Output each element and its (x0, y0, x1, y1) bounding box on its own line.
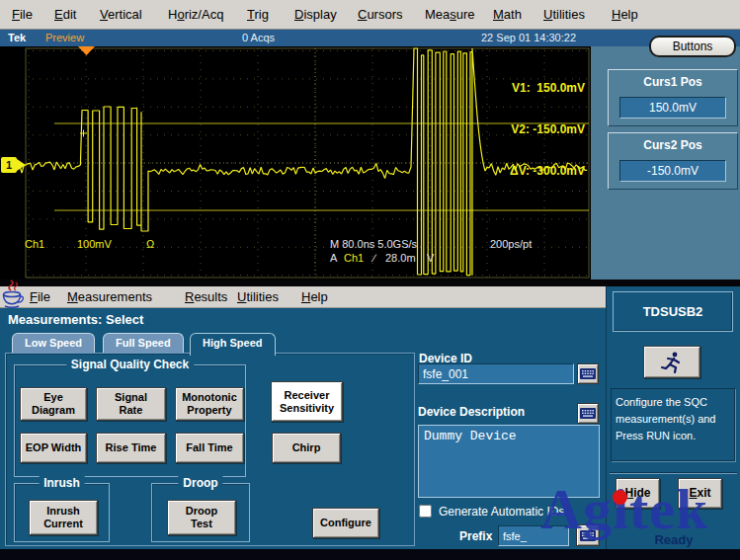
trigger-unit: V (427, 252, 434, 264)
keypad-icon (580, 368, 596, 379)
device-description-keypad-button[interactable] (577, 403, 599, 424)
trigger-slope-icon: ∕ (373, 252, 375, 264)
device-description-textarea[interactable]: Dummy Device (418, 425, 600, 498)
curs1-pos-value[interactable]: 150.0mV (619, 97, 726, 119)
prefix-label: Prefix (459, 529, 492, 543)
trigger-level: 28.0m (385, 252, 416, 264)
signal-quality-group-label: Signal Quality Check (66, 358, 194, 371)
app-menu-measurements[interactable]: Measurements (67, 289, 152, 304)
app-menu-file[interactable]: File (30, 289, 50, 304)
eye-diagram-button[interactable]: Eye Diagram (20, 387, 87, 421)
generate-ids-label: Generate Automatic IDs (439, 505, 564, 519)
cursor-readout: V1: 150.0mV V2: -150.0mV ΔV: -300.0mV (456, 53, 585, 205)
java-coffee-icon (1, 279, 25, 309)
run-button[interactable] (643, 346, 700, 378)
menubar-item-horiz-acq[interactable]: Horiz/Acq (168, 7, 223, 22)
app-name-box: TDSUSB2 (613, 291, 733, 332)
tds-oscilloscope-screen: File Edit Vertical Horiz/Acq Trig Displa… (0, 0, 740, 560)
device-description-label: Device Description (418, 405, 525, 419)
app-menu-results[interactable]: Results (185, 289, 227, 304)
menubar-item-cursors[interactable]: Cursors (358, 7, 403, 22)
droop-group-label: Droop (178, 476, 222, 490)
prefix-keypad-button[interactable] (576, 524, 600, 546)
trigger-source: Ch1 (344, 252, 364, 264)
cursor-v1-readout: V1: 150.0mV (456, 81, 585, 95)
tab-low-speed[interactable]: Low Speed (12, 333, 95, 354)
running-man-icon (661, 351, 683, 374)
device-id-keypad-button[interactable] (577, 363, 599, 384)
app-menu-help[interactable]: Help (301, 289, 328, 304)
trigger-position-icon[interactable] (78, 46, 95, 55)
inrush-current-button[interactable]: Inrush Current (29, 500, 98, 535)
menubar-item-measure[interactable]: Measure (425, 7, 475, 22)
keypad-icon (580, 408, 596, 419)
eop-width-button[interactable]: EOP Width (20, 433, 87, 463)
channel-coupling: Ω (146, 238, 154, 250)
app-menu-utilities[interactable]: Utilities (237, 289, 279, 304)
preview-status: Preview (45, 32, 84, 43)
trigger-prefix: A (330, 252, 337, 264)
channel-marker-number: 1 (6, 159, 12, 171)
scope-side-panel: Curs1 Pos 150.0mV Curs2 Pos -150.0mV (591, 46, 740, 280)
scope-app-divider (0, 280, 740, 286)
fall-time-button[interactable]: Fall Time (175, 433, 244, 463)
curs2-pos-label: Curs2 Pos (609, 138, 737, 152)
run-hint-text: Configure the SQC measurement(s) and Pre… (611, 388, 735, 461)
channel-readout: Ch1 (25, 238, 44, 250)
curs1-pos-panel: Curs1 Pos 150.0mV (608, 69, 738, 126)
configure-button[interactable]: Configure (312, 508, 379, 538)
menubar-item-display[interactable]: Display (294, 7, 337, 22)
menubar-item-file[interactable]: File (12, 7, 33, 22)
menubar-item-vertical[interactable]: Vertical (100, 7, 142, 22)
datetime-label: 22 Sep 01 14:30:22 (481, 32, 576, 43)
tek-logo-label: Tek (8, 32, 26, 43)
menubar-item-trig[interactable]: Trig (247, 7, 269, 22)
resolution-readout: 200ps/pt (490, 238, 532, 250)
status-ready: Ready (607, 532, 740, 547)
tab-high-speed[interactable]: High Speed (190, 333, 276, 356)
keypad-icon (580, 530, 596, 541)
tek-status-bar: Tek Preview 0 Acqs 22 Sep 01 14:30:22 (0, 30, 740, 46)
scope-display: 1 V1: 150.0mV V2: -150.0mV ΔV: -300.0mV … (0, 46, 591, 280)
droop-test-button[interactable]: Droop Test (167, 500, 236, 535)
menubar-item-help[interactable]: Help (612, 7, 638, 22)
menubar-item-math[interactable]: Math (493, 7, 522, 22)
app-body: Measurements: Select Low Speed Full Spee… (0, 308, 606, 549)
curs1-pos-label: Curs1 Pos (609, 75, 737, 89)
curs2-pos-panel: Curs2 Pos -150.0mV (608, 132, 738, 190)
monotonic-property-button[interactable]: Monotonic Property (175, 387, 244, 421)
exit-button[interactable]: Exit (678, 478, 722, 509)
generate-ids-checkbox[interactable] (419, 505, 432, 518)
device-id-input[interactable] (418, 363, 574, 384)
inrush-group-label: Inrush (39, 476, 85, 490)
cursor-v2-readout: V2: -150.0mV (456, 122, 585, 136)
buttons-button[interactable]: Buttons (649, 36, 736, 57)
page-title: Measurements: Select (8, 312, 143, 327)
rise-time-button[interactable]: Rise Time (96, 433, 166, 463)
curs2-pos-value[interactable]: -150.0mV (619, 160, 726, 182)
acquisition-count: 0 Acqs (242, 32, 275, 43)
app-control-panel: TDSUSB2 Configure the SQC measurement(s)… (606, 286, 740, 549)
channel-scale: 100mV (77, 238, 112, 250)
menubar-item-utilities[interactable]: Utilities (543, 7, 585, 22)
menubar-item-edit[interactable]: Edit (54, 7, 76, 22)
app-menubar: File Measurements Results Utilities Help (0, 286, 606, 308)
scope-menubar: File Edit Vertical Horiz/Acq Trig Displa… (0, 0, 740, 30)
timebase-readout: M 80.0ns 5.0GS/s (330, 238, 417, 250)
prefix-input[interactable] (498, 525, 569, 546)
signal-rate-button[interactable]: Signal Rate (96, 387, 166, 421)
chirp-button[interactable]: Chirp (272, 433, 341, 463)
tab-full-speed[interactable]: Full Speed (103, 333, 184, 354)
bottom-strip (0, 549, 740, 560)
cursor-delta-readout: ΔV: -300.0mV (456, 164, 585, 178)
panel-divider (610, 472, 737, 474)
hide-button[interactable]: Hide (616, 478, 660, 509)
receiver-sensitivity-button[interactable]: Receiver Sensitivity (271, 381, 343, 422)
high-speed-tab-panel: Signal Quality Check Eye Diagram Signal … (5, 353, 415, 546)
